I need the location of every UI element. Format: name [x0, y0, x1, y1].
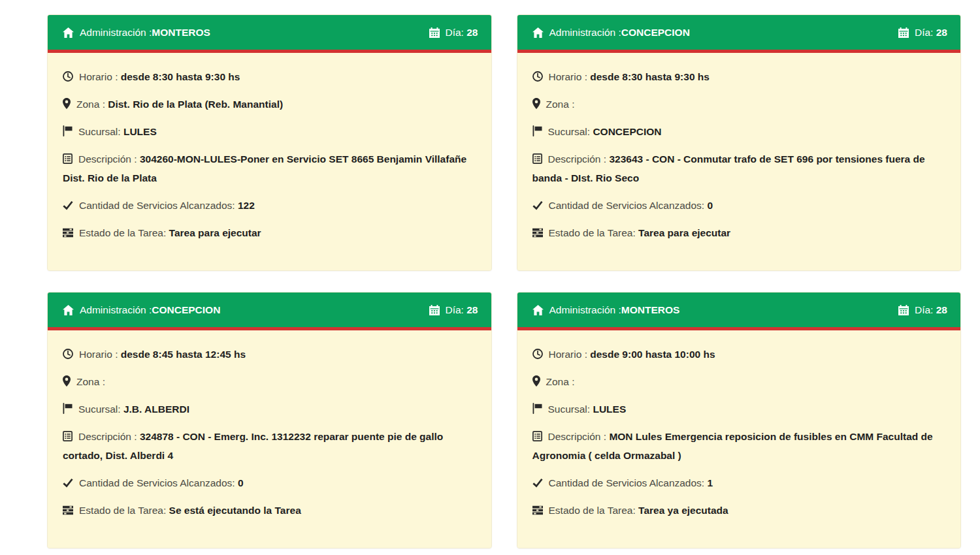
tasks-icon	[532, 228, 543, 238]
task-cards-grid: Administración :MONTEROS	[47, 14, 961, 548]
zona-row: Zona :	[532, 372, 945, 391]
cantidad-value: 0	[707, 200, 713, 211]
administracion-label: Administración :	[549, 304, 621, 316]
task-card: Administración :MONTEROS	[517, 292, 962, 548]
sucursal-value: CONCEPCION	[593, 126, 661, 137]
horario-label: Horario :	[549, 71, 591, 82]
sucursal-value: LULES	[593, 404, 626, 415]
dia-group: Día: 28	[429, 27, 478, 39]
administracion-group: Administración :MONTEROS	[532, 304, 680, 316]
dia-value: 28	[936, 27, 947, 39]
calendar-icon	[898, 27, 909, 38]
horario-value: desde 8:30 hasta 9:30 hs	[590, 71, 710, 82]
administracion-label: Administración :	[80, 27, 152, 39]
administracion-value: CONCEPCION	[152, 304, 220, 316]
zona-label: Zona :	[76, 376, 105, 387]
calendar-icon	[429, 27, 440, 38]
card-body: Horario : desde 8:30 hasta 9:30 hs Zona …	[517, 53, 961, 270]
estado-row: Estado de la Tarea: Tarea ya ejecutada	[532, 501, 945, 520]
tasks-icon	[532, 505, 543, 515]
horario-row: Horario : desde 8:45 hasta 12:45 hs	[63, 345, 476, 364]
home-icon	[63, 305, 74, 315]
descripcion-label: Descripción :	[548, 431, 610, 442]
cantidad-row: Cantidad de Servicios Alcanzados: 1	[532, 473, 945, 492]
horario-value: desde 9:00 hasta 10:00 hs	[590, 349, 715, 360]
calendar-icon	[898, 305, 909, 315]
tasks-icon	[63, 505, 73, 515]
cantidad-row: Cantidad de Servicios Alcanzados: 0	[63, 473, 476, 492]
estado-value: Tarea para ejecutar	[169, 227, 261, 238]
map-marker-icon	[532, 375, 540, 387]
flag-icon	[532, 125, 542, 136]
cantidad-value: 0	[238, 477, 244, 488]
clock-icon	[532, 71, 543, 82]
descripcion-label: Descripción :	[78, 431, 140, 442]
cantidad-value: 122	[238, 200, 255, 211]
dia-group: Día: 28	[429, 304, 478, 316]
sucursal-value: J.B. ALBERDI	[123, 404, 189, 415]
calendar-icon	[429, 305, 440, 315]
list-alt-icon	[63, 431, 73, 441]
estado-value: Tarea ya ejecutada	[638, 505, 728, 516]
task-card: Administración :CONCEPCION	[47, 292, 492, 548]
dia-label: Día:	[915, 27, 933, 39]
sucursal-row: Sucursal: CONCEPCION	[532, 122, 945, 141]
task-card: Administración :MONTEROS	[47, 14, 492, 271]
list-alt-icon	[532, 431, 542, 441]
map-marker-icon	[63, 375, 71, 387]
card-body: Horario : desde 9:00 hasta 10:00 hs Zona…	[517, 330, 961, 548]
horario-row: Horario : desde 8:30 hasta 9:30 hs	[532, 67, 945, 86]
map-marker-icon	[532, 98, 540, 109]
zona-label: Zona :	[546, 99, 575, 110]
map-marker-icon	[63, 98, 71, 109]
administracion-group: Administración :CONCEPCION	[63, 304, 220, 316]
home-icon	[532, 27, 544, 38]
dia-value: 28	[466, 304, 478, 316]
cantidad-row: Cantidad de Servicios Alcanzados: 0	[532, 196, 945, 215]
estado-row: Estado de la Tarea: Tarea para ejecutar	[532, 223, 945, 242]
flag-icon	[63, 125, 73, 136]
zona-label: Zona :	[76, 99, 108, 110]
card-header: Administración :MONTEROS	[48, 15, 491, 53]
horario-row: Horario : desde 9:00 hasta 10:00 hs	[532, 345, 945, 364]
card-body: Horario : desde 8:45 hasta 12:45 hs Zona…	[48, 330, 491, 548]
administracion-label: Administración :	[549, 27, 621, 39]
check-icon	[63, 479, 73, 488]
zona-row: Zona : Dist. Rio de la Plata (Reb. Manan…	[63, 95, 476, 114]
home-icon	[63, 27, 74, 38]
administracion-group: Administración :CONCEPCION	[532, 27, 690, 39]
cantidad-label: Cantidad de Servicios Alcanzados:	[549, 477, 708, 488]
card-body: Horario : desde 8:30 hasta 9:30 hs Zona …	[48, 53, 491, 270]
zona-row: Zona :	[63, 372, 476, 391]
zona-label: Zona :	[546, 376, 575, 387]
cantidad-label: Cantidad de Servicios Alcanzados:	[549, 200, 708, 211]
sucursal-value: LULES	[123, 126, 157, 137]
horario-row: Horario : desde 8:30 hasta 9:30 hs	[63, 67, 476, 86]
descripcion-row: Descripción : 304260-MON-LULES-Poner en …	[63, 150, 476, 187]
dia-group: Día: 28	[898, 304, 947, 316]
estado-row: Estado de la Tarea: Se está ejecutando l…	[63, 501, 476, 520]
horario-label: Horario :	[549, 349, 591, 360]
sucursal-label: Sucursal:	[78, 126, 123, 137]
sucursal-row: Sucursal: LULES	[63, 122, 476, 141]
dia-label: Día:	[446, 27, 464, 39]
estado-label: Estado de la Tarea:	[79, 227, 169, 238]
check-icon	[63, 201, 73, 210]
horario-label: Horario :	[79, 349, 121, 360]
cantidad-label: Cantidad de Servicios Alcanzados:	[79, 200, 238, 211]
tasks-icon	[63, 228, 73, 238]
card-header: Administración :CONCEPCION	[48, 293, 491, 330]
descripcion-row: Descripción : 324878 - CON - Emerg. Inc.…	[63, 427, 476, 465]
clock-icon	[63, 71, 73, 82]
flag-icon	[63, 403, 73, 414]
horario-label: Horario :	[79, 71, 121, 82]
zona-row: Zona :	[532, 95, 945, 114]
descripcion-row: Descripción : MON Lules Emergencia repos…	[532, 427, 945, 465]
task-card: Administración :CONCEPCION	[517, 14, 962, 271]
estado-value: Tarea para ejecutar	[638, 227, 730, 238]
dia-label: Día:	[446, 304, 464, 316]
estado-row: Estado de la Tarea: Tarea para ejecutar	[63, 223, 476, 242]
sucursal-row: Sucursal: J.B. ALBERDI	[63, 400, 476, 419]
home-icon	[532, 305, 544, 315]
estado-label: Estado de la Tarea:	[549, 227, 639, 238]
